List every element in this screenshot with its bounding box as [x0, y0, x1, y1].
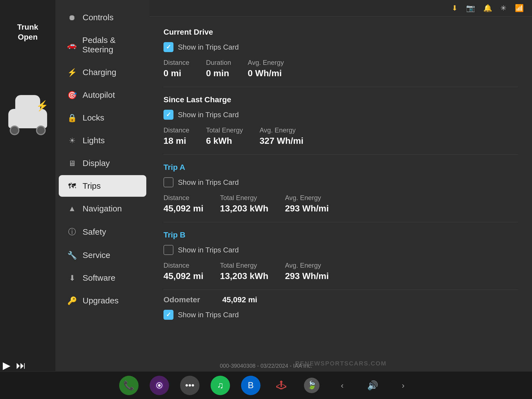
spotify-button[interactable]: ♫ — [211, 376, 230, 395]
volume-button[interactable]: 🔊 — [363, 376, 382, 395]
trunk-status: Trunk Open — [17, 22, 38, 42]
trips-icon: 🗺 — [67, 181, 77, 191]
signal-icon: 📶 — [515, 4, 524, 12]
taskbar: 📞 ••• ♫ B 🕹 🍃 ‹ 🔊 › — [0, 371, 532, 399]
sidebar-item-controls[interactable]: ⏺ Controls — [59, 7, 146, 28]
current-drive-distance-label: Distance — [163, 59, 189, 66]
sidebar-label-software: Software — [83, 273, 115, 283]
trip-a-show-trips-label: Show in Trips Card — [178, 178, 239, 187]
controls-icon: ⏺ — [67, 13, 77, 22]
sidebar-item-autopilot[interactable]: 🎯 Autopilot — [59, 84, 146, 106]
since-last-charge-distance-value: 18 mi — [163, 136, 189, 146]
nav-back-button[interactable]: ‹ — [332, 376, 352, 395]
svg-text:🍃: 🍃 — [307, 380, 317, 390]
current-drive-distance: Distance 0 mi — [163, 59, 189, 78]
joystick-button[interactable]: 🕹 — [272, 376, 291, 395]
trip-b-avg-energy: Avg. Energy 293 Wh/mi — [285, 262, 329, 281]
navigation-icon: ▲ — [67, 204, 77, 213]
odometer-row: Odometer 45,092 mi — [163, 295, 518, 304]
bell-icon: 🔔 — [483, 4, 492, 12]
bluetooth-button[interactable]: B — [241, 376, 260, 395]
main-content: Current Drive Show in Trips Card Distanc… — [150, 17, 532, 371]
current-drive-duration-label: Duration — [206, 59, 231, 66]
trip-a-stats: Distance 45,092 mi Total Energy 13,203 k… — [163, 194, 518, 214]
sidebar-label-upgrades: Upgrades — [83, 296, 119, 305]
current-drive-show-trips-label: Show in Trips Card — [178, 43, 239, 52]
autopilot-icon: 🎯 — [67, 91, 77, 100]
current-drive-title: Current Drive — [163, 28, 518, 37]
trip-b-total-value: 13,203 kWh — [220, 271, 268, 281]
sidebar-label-trips: Trips — [83, 181, 101, 191]
sidebar-label-pedals: Pedals & Steering — [82, 35, 138, 54]
odometer-checkbox[interactable] — [163, 310, 173, 320]
charging-icon: ⚡ — [67, 68, 77, 77]
car-panel: Trunk Open ⚡ — [0, 0, 55, 374]
sidebar-item-pedals[interactable]: 🚗 Pedals & Steering — [59, 29, 146, 60]
trip-b-stats: Distance 45,092 mi Total Energy 13,203 k… — [163, 262, 518, 281]
odometer-show-trips-label: Show in Trips Card — [178, 311, 239, 319]
since-last-charge-distance-label: Distance — [163, 126, 189, 134]
pedals-icon: 🚗 — [67, 40, 77, 50]
since-last-charge-avg-value: 327 Wh/mi — [260, 136, 303, 146]
trip-a-avg-value: 293 Wh/mi — [285, 203, 329, 214]
trip-a-distance-value: 45,092 mi — [163, 203, 203, 214]
trip-b-total-label: Total Energy — [220, 262, 268, 269]
display-icon: 🖥 — [67, 159, 77, 168]
current-drive-show-trips-row: Show in Trips Card — [163, 42, 518, 52]
since-last-charge-checkbox[interactable] — [163, 110, 173, 120]
sidebar-item-locks[interactable]: 🔒 Locks — [59, 107, 146, 129]
odometer-label: Odometer — [163, 295, 200, 304]
trip-b-avg-value: 293 Wh/mi — [285, 271, 329, 281]
sidebar-label-service: Service — [83, 250, 110, 260]
sidebar-item-trips[interactable]: 🗺 Trips — [59, 175, 146, 197]
since-last-charge-show-trips-row: Show in Trips Card — [163, 110, 518, 120]
locks-icon: 🔒 — [67, 113, 77, 122]
trip-a-distance: Distance 45,092 mi — [163, 194, 203, 214]
current-drive-duration-value: 0 min — [206, 68, 231, 78]
media-svg: 🍃 — [303, 377, 320, 394]
current-drive-checkbox[interactable] — [163, 42, 173, 52]
upgrades-icon: 🔑 — [67, 296, 77, 305]
sidebar-label-locks: Locks — [83, 113, 104, 122]
trip-a-show-trips-row: Show in Trips Card — [163, 177, 518, 187]
camera-button[interactable] — [150, 376, 169, 395]
trip-b-show-trips-label: Show in Trips Card — [178, 246, 239, 254]
current-drive-duration: Duration 0 min — [206, 59, 231, 78]
camera-svg — [154, 380, 164, 390]
sidebar-item-navigation[interactable]: ▲ Navigation — [59, 198, 146, 219]
lights-icon: ☀ — [67, 136, 77, 145]
nav-forward-button[interactable]: › — [393, 376, 413, 395]
sidebar-item-lights[interactable]: ☀ Lights — [59, 130, 146, 151]
sidebar-label-autopilot: Autopilot — [83, 90, 115, 100]
trip-a-checkbox[interactable] — [163, 177, 173, 187]
odometer-value: 45,092 mi — [222, 295, 257, 304]
since-last-charge-total-value: 6 kWh — [206, 136, 243, 146]
since-last-charge-avg-label: Avg. Energy — [260, 126, 303, 134]
current-drive-distance-value: 0 mi — [163, 68, 189, 78]
sidebar-item-service[interactable]: 🔧 Service — [59, 244, 146, 266]
more-button[interactable]: ••• — [180, 376, 200, 395]
trip-b-checkbox[interactable] — [163, 245, 173, 255]
sidebar-item-charging[interactable]: ⚡ Charging — [59, 62, 146, 83]
phone-button[interactable]: 📞 — [119, 376, 139, 395]
bottom-caption: 000-39040308 - 03/22/2024 - IAA Inc. — [0, 363, 532, 369]
camera-icon: 📷 — [466, 4, 475, 12]
bluetooth-icon: ✳ — [500, 4, 507, 12]
trip-a-avg-energy: Avg. Energy 293 Wh/mi — [285, 194, 329, 214]
since-last-charge-total-label: Total Energy — [206, 126, 243, 134]
top-bar: ⬇ 📷 🔔 ✳ 📶 — [150, 0, 532, 17]
since-last-charge-title: Since Last Charge — [163, 95, 518, 104]
sidebar-item-upgrades[interactable]: 🔑 Upgrades — [59, 290, 146, 311]
sidebar-item-safety[interactable]: ⓘ Safety — [59, 221, 146, 243]
service-icon: 🔧 — [67, 251, 77, 260]
sidebar: ⏺ Controls 🚗 Pedals & Steering ⚡ Chargin… — [55, 0, 150, 374]
sidebar-item-display[interactable]: 🖥 Display — [59, 152, 146, 174]
lightning-icon: ⚡ — [36, 100, 48, 112]
car-image: ⚡ — [6, 56, 50, 139]
sidebar-item-software[interactable]: ⬇ Software — [59, 267, 146, 289]
svg-point-2 — [158, 384, 161, 387]
sidebar-label-charging: Charging — [83, 68, 116, 77]
trip-b-distance-value: 45,092 mi — [163, 271, 203, 281]
since-last-charge-stats: Distance 18 mi Total Energy 6 kWh Avg. E… — [163, 126, 518, 146]
media-button[interactable]: 🍃 — [302, 376, 321, 395]
